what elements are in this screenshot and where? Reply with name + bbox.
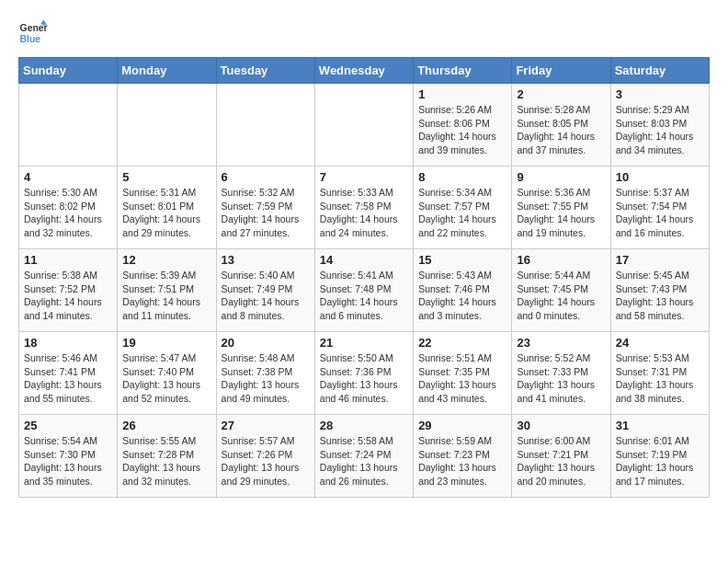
day-number: 28 [320,419,408,432]
day-info: Sunrise: 5:50 AM Sunset: 7:36 PM Dayligh… [320,351,408,406]
day-info: Sunrise: 5:53 AM Sunset: 7:31 PM Dayligh… [616,351,704,406]
day-number: 29 [418,419,506,432]
day-number: 8 [418,170,506,184]
day-info: Sunrise: 5:57 AM Sunset: 7:26 PM Dayligh… [222,434,310,488]
day-info: Sunrise: 5:54 AM Sunset: 7:30 PM Dayligh… [24,434,112,488]
day-number: 16 [517,253,605,267]
day-header-friday: Friday [512,58,610,84]
day-info: Sunrise: 5:46 AM Sunset: 7:41 PM Dayligh… [24,351,112,406]
day-info: Sunrise: 5:29 AM Sunset: 8:03 PM Dayligh… [616,103,704,157]
day-number: 20 [222,336,310,350]
calendar-cell: 10Sunrise: 5:37 AM Sunset: 7:54 PM Dayli… [610,167,709,249]
week-row-1: 1Sunrise: 5:26 AM Sunset: 8:06 PM Daylig… [19,84,710,167]
day-info: Sunrise: 5:43 AM Sunset: 7:46 PM Dayligh… [418,269,506,323]
day-info: Sunrise: 5:34 AM Sunset: 7:57 PM Dayligh… [418,186,506,240]
day-number: 27 [222,419,310,432]
calendar-cell: 27Sunrise: 5:57 AM Sunset: 7:26 PM Dayli… [216,415,314,498]
day-header-monday: Monday [118,58,216,84]
calendar-cell: 22Sunrise: 5:51 AM Sunset: 7:35 PM Dayli… [414,332,512,415]
day-number: 21 [320,336,408,350]
day-number: 12 [122,253,210,267]
day-number: 24 [616,336,704,350]
calendar-table: SundayMondayTuesdayWednesdayThursdayFrid… [18,57,710,498]
calendar-cell: 23Sunrise: 5:52 AM Sunset: 7:33 PM Dayli… [512,332,610,415]
day-info: Sunrise: 5:52 AM Sunset: 7:33 PM Dayligh… [517,351,605,406]
day-info: Sunrise: 5:33 AM Sunset: 7:58 PM Dayligh… [320,186,408,240]
day-header-saturday: Saturday [610,58,709,84]
calendar-cell: 17Sunrise: 5:45 AM Sunset: 7:43 PM Dayli… [610,249,709,332]
day-info: Sunrise: 5:45 AM Sunset: 7:43 PM Dayligh… [616,269,704,323]
calendar-cell: 15Sunrise: 5:43 AM Sunset: 7:46 PM Dayli… [414,249,512,332]
day-number: 31 [616,419,704,432]
day-number: 4 [24,170,112,184]
day-number: 7 [320,170,408,184]
calendar-cell [19,84,118,167]
calendar-cell [118,84,216,167]
calendar-cell: 31Sunrise: 6:01 AM Sunset: 7:19 PM Dayli… [610,415,709,498]
calendar-cell: 24Sunrise: 5:53 AM Sunset: 7:31 PM Dayli… [610,332,709,415]
day-info: Sunrise: 5:51 AM Sunset: 7:35 PM Dayligh… [418,351,506,406]
day-info: Sunrise: 6:00 AM Sunset: 7:21 PM Dayligh… [517,434,605,488]
day-number: 15 [418,253,506,267]
day-number: 14 [320,253,408,267]
day-number: 17 [616,253,704,267]
day-number: 13 [222,253,310,267]
header-row: SundayMondayTuesdayWednesdayThursdayFrid… [19,58,710,84]
day-number: 9 [517,170,605,184]
calendar-cell: 16Sunrise: 5:44 AM Sunset: 7:45 PM Dayli… [512,249,610,332]
calendar-cell: 21Sunrise: 5:50 AM Sunset: 7:36 PM Dayli… [314,332,413,415]
day-number: 30 [517,419,605,432]
day-header-tuesday: Tuesday [216,58,314,84]
day-number: 11 [24,253,112,267]
calendar-cell: 14Sunrise: 5:41 AM Sunset: 7:48 PM Dayli… [314,249,413,332]
week-row-3: 11Sunrise: 5:38 AM Sunset: 7:52 PM Dayli… [19,249,710,332]
day-info: Sunrise: 5:39 AM Sunset: 7:51 PM Dayligh… [122,269,210,323]
calendar-cell: 5Sunrise: 5:31 AM Sunset: 8:01 PM Daylig… [118,167,216,249]
day-info: Sunrise: 5:38 AM Sunset: 7:52 PM Dayligh… [24,269,112,323]
day-number: 26 [122,419,210,432]
day-header-sunday: Sunday [19,58,118,84]
day-number: 19 [122,336,210,350]
day-info: Sunrise: 5:48 AM Sunset: 7:38 PM Dayligh… [222,351,310,406]
day-info: Sunrise: 5:55 AM Sunset: 7:28 PM Dayligh… [122,434,210,488]
week-row-5: 25Sunrise: 5:54 AM Sunset: 7:30 PM Dayli… [19,415,710,498]
day-info: Sunrise: 5:40 AM Sunset: 7:49 PM Dayligh… [222,269,310,323]
calendar-cell: 6Sunrise: 5:32 AM Sunset: 7:59 PM Daylig… [216,167,314,249]
week-row-4: 18Sunrise: 5:46 AM Sunset: 7:41 PM Dayli… [19,332,710,415]
calendar-cell [216,84,314,167]
logo: General Blue [18,18,48,48]
day-info: Sunrise: 5:36 AM Sunset: 7:55 PM Dayligh… [517,186,605,240]
day-info: Sunrise: 5:31 AM Sunset: 8:01 PM Dayligh… [122,186,210,240]
day-info: Sunrise: 5:32 AM Sunset: 7:59 PM Dayligh… [222,186,310,240]
day-number: 2 [517,87,605,101]
calendar-cell: 20Sunrise: 5:48 AM Sunset: 7:38 PM Dayli… [216,332,314,415]
calendar-cell: 9Sunrise: 5:36 AM Sunset: 7:55 PM Daylig… [512,167,610,249]
calendar-cell: 30Sunrise: 6:00 AM Sunset: 7:21 PM Dayli… [512,415,610,498]
day-number: 10 [616,170,704,184]
day-info: Sunrise: 5:59 AM Sunset: 7:23 PM Dayligh… [418,434,506,488]
calendar-cell: 2Sunrise: 5:28 AM Sunset: 8:05 PM Daylig… [512,84,610,167]
day-header-thursday: Thursday [414,58,512,84]
svg-text:Blue: Blue [20,34,41,44]
calendar-cell: 25Sunrise: 5:54 AM Sunset: 7:30 PM Dayli… [19,415,118,498]
day-header-wednesday: Wednesday [314,58,413,84]
calendar-cell: 18Sunrise: 5:46 AM Sunset: 7:41 PM Dayli… [19,332,118,415]
calendar-cell: 8Sunrise: 5:34 AM Sunset: 7:57 PM Daylig… [414,167,512,249]
day-number: 3 [616,87,704,101]
day-info: Sunrise: 5:44 AM Sunset: 7:45 PM Dayligh… [517,269,605,323]
day-info: Sunrise: 5:58 AM Sunset: 7:24 PM Dayligh… [320,434,408,488]
day-info: Sunrise: 5:26 AM Sunset: 8:06 PM Dayligh… [418,103,506,157]
calendar-cell: 29Sunrise: 5:59 AM Sunset: 7:23 PM Dayli… [414,415,512,498]
day-number: 23 [517,336,605,350]
day-info: Sunrise: 5:30 AM Sunset: 8:02 PM Dayligh… [24,186,112,240]
day-number: 25 [24,419,112,432]
day-info: Sunrise: 6:01 AM Sunset: 7:19 PM Dayligh… [616,434,704,488]
day-number: 22 [418,336,506,350]
calendar-cell [314,84,413,167]
header: General Blue [18,18,710,48]
logo-icon: General Blue [18,18,48,48]
day-number: 18 [24,336,112,350]
calendar-cell: 26Sunrise: 5:55 AM Sunset: 7:28 PM Dayli… [118,415,216,498]
day-number: 5 [122,170,210,184]
week-row-2: 4Sunrise: 5:30 AM Sunset: 8:02 PM Daylig… [19,167,710,249]
